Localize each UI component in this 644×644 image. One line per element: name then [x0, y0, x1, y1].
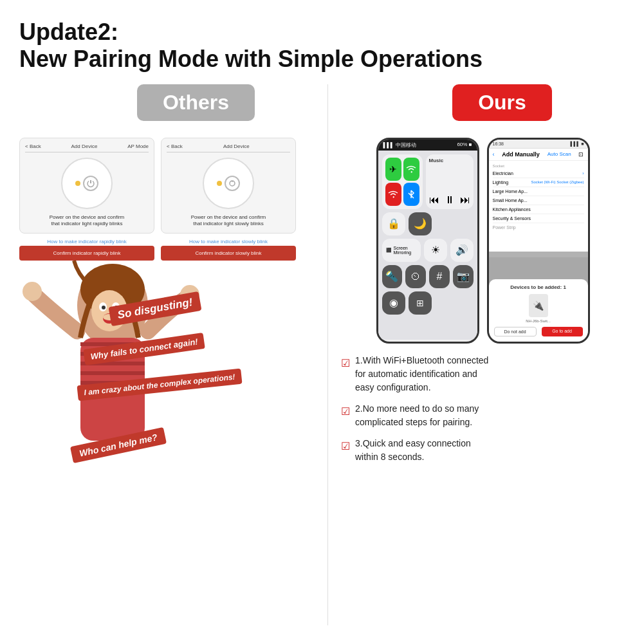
device-card-rapid: < Back Add Device AP Mode Power on the d…: [19, 138, 154, 234]
right-panel: Ours ▌▌▌ 中国移动 60% ■: [328, 84, 625, 625]
modal-overlay: Devices to be added: 1 🔌 NH-J6b-Swit... …: [489, 252, 588, 342]
cat-small-name: Small Home Ap...: [493, 198, 528, 203]
cat-lighting-items: Socket (Wi-Fi) Socket (Zigbee): [531, 180, 584, 185]
modal-device: 🔌 NH-J6b-Swit...: [494, 294, 583, 323]
music-label: Music: [429, 158, 470, 163]
card2-header: < Back Add Device: [167, 143, 290, 152]
play-icon[interactable]: ⏸: [445, 194, 455, 206]
cat-security[interactable]: Security & Sensors: [493, 214, 584, 223]
modal-add-btn[interactable]: Go to add: [542, 327, 583, 336]
svg-point-13: [102, 306, 106, 309]
wifi-tile[interactable]: [385, 183, 401, 206]
ours-badge: Ours: [452, 84, 552, 121]
power-icon-2: [225, 176, 240, 191]
connectivity-tile: ✈: [382, 154, 423, 209]
cat-small[interactable]: Small Home Ap...: [493, 196, 584, 205]
svg-point-17: [23, 282, 42, 301]
volume-tile[interactable]: 🔊: [450, 239, 474, 262]
cc-row1: ✈: [382, 154, 474, 209]
device-circle-1: [61, 158, 113, 209]
modal-device-icon: 🔌: [529, 294, 548, 317]
bluetooth-tile[interactable]: [403, 183, 419, 206]
feature-text-3: 3.Quick and easy connectionwithin 8 seco…: [355, 437, 471, 464]
feature-item-3: ☑ 3.Quick and easy connectionwithin 8 se…: [341, 437, 625, 464]
screen-mirror-tile[interactable]: ⬛ ScreenMirroring: [382, 239, 421, 262]
cat-lighting-name: Lighting: [493, 180, 509, 185]
others-badge: Others: [137, 84, 255, 121]
flashlight-tile[interactable]: 🔦: [382, 265, 403, 288]
title-line1: Update2:: [19, 19, 625, 45]
card1-title: Add Device: [71, 143, 98, 149]
prev-icon[interactable]: ⏮: [429, 194, 439, 206]
card2-link[interactable]: How to make indicator slowly blink: [161, 239, 296, 244]
check-icon-1: ☑: [341, 355, 350, 372]
cat-lighting[interactable]: Lighting Socket (Wi-Fi) Socket (Zigbee): [493, 178, 584, 187]
card1-link[interactable]: How to make indicator rapidly blink: [19, 239, 154, 244]
phone-add-device: 16:38 ▌▌▌ ■ ‹ Add Manually Auto Scan ⊡ S…: [487, 138, 590, 344]
cat-large[interactable]: Large Home Ap...: [493, 187, 584, 196]
card2-desc: Power on the device and confirmthat indi…: [167, 214, 290, 228]
feature-text-2: 2.No more need to do so manycomplicated …: [355, 402, 479, 429]
modal-box: Devices to be added: 1 🔌 NH-J6b-Swit... …: [489, 279, 588, 342]
brightness-tile[interactable]: ☀: [424, 239, 447, 262]
grid-tile[interactable]: ⊞: [409, 291, 432, 315]
add-back[interactable]: ‹: [493, 151, 495, 158]
cc-status-bar: ▌▌▌ 中国移动 60% ■: [378, 140, 477, 151]
card1-header: < Back Add Device AP Mode: [25, 143, 149, 152]
cc-row4: 🔦 ⏲ # 📷: [382, 265, 474, 288]
cat-electrician-name: Electrician: [493, 171, 513, 176]
title-line2: New Pairing Mode with Simple Operations: [19, 45, 625, 73]
lock-tile[interactable]: 🔒: [382, 212, 405, 235]
add-header: ‹ Add Manually Auto Scan ⊡: [489, 149, 588, 161]
phones-row: ▌▌▌ 中国移动 60% ■ ✈: [341, 138, 625, 344]
screen-mirror-icon: ⬛: [386, 248, 392, 253]
content-area: Others < Back Add Device AP Mode: [19, 84, 625, 625]
card2-title: Add Device: [223, 143, 250, 149]
page: Update2: New Pairing Mode with Simple Op…: [0, 0, 644, 644]
category-list: Socket Electrician › Lighting Socket (Wi…: [489, 161, 588, 257]
check-icon-3: ☑: [341, 438, 350, 455]
cc-screen: ▌▌▌ 中国移动 60% ■ ✈: [378, 140, 477, 342]
cc-signal: ▌▌▌ 中国移动: [383, 142, 416, 149]
cc-battery: 60% ■: [457, 142, 472, 149]
device-card-slow: < Back Add Device Power on the device an…: [161, 138, 296, 234]
add-auto-scan[interactable]: Auto Scan: [547, 151, 571, 157]
cat-power: Power Strip: [493, 223, 584, 232]
device-cards-row: < Back Add Device AP Mode Power on the d…: [19, 138, 321, 234]
dot-yellow-1: [75, 181, 80, 186]
cat-electrician[interactable]: Electrician ›: [493, 169, 584, 178]
timer-tile[interactable]: ⏲: [405, 265, 426, 288]
header: Update2: New Pairing Mode with Simple Op…: [19, 19, 625, 73]
modal-device-label: NH-J6b-Swit...: [526, 319, 551, 323]
card1-desc: Power on the device and confirmthat indi…: [25, 214, 149, 228]
cat-electrician-items: ›: [582, 171, 584, 176]
screen-mirror-label: ScreenMirroring: [394, 246, 412, 255]
scan-tile[interactable]: ◉: [382, 291, 405, 315]
feature-item-2: ☑ 2.No more need to do so manycomplicate…: [341, 402, 625, 429]
cat-kitchen[interactable]: Kitchen Appliances: [493, 205, 584, 214]
ours-badge-container: Ours: [341, 84, 625, 130]
airplane-icon: ✈: [385, 158, 401, 181]
moon-tile[interactable]: 🌙: [409, 212, 432, 235]
add-scan-icon[interactable]: ⊡: [578, 151, 584, 158]
cat-kitchen-name: Kitchen Appliances: [493, 207, 531, 212]
cc-row2: 🔒 🌙: [382, 212, 474, 235]
check-icon-2: ☑: [341, 403, 350, 420]
modal-cancel-btn[interactable]: Do not add: [494, 327, 537, 336]
next-icon[interactable]: ⏭: [460, 194, 470, 206]
add-battery: ▌▌▌ ■: [570, 142, 584, 146]
calc-tile[interactable]: #: [429, 265, 450, 288]
camera-tile[interactable]: 📷: [453, 265, 474, 288]
cat-security-name: Security & Sensors: [493, 216, 531, 221]
cat-large-name: Large Home Ap...: [493, 189, 528, 194]
cc-row3: ⬛ ScreenMirroring ☀ 🔊: [382, 239, 474, 262]
feature-item-1: ☑ 1.With WiFi+Bluetooth connectedfor aut…: [341, 354, 625, 394]
music-tile: Music ⏮ ⏸ ⏭: [426, 154, 474, 209]
feature-list: ☑ 1.With WiFi+Bluetooth connectedfor aut…: [341, 354, 625, 472]
music-controls: ⏮ ⏸ ⏭: [429, 194, 470, 206]
modal-buttons: Do not add Go to add: [494, 327, 583, 336]
card1-mode: AP Mode: [127, 143, 149, 149]
add-screen: 16:38 ▌▌▌ ■ ‹ Add Manually Auto Scan ⊡ S…: [489, 140, 588, 342]
cat-section-label: Socket: [493, 163, 584, 169]
phone-control-center: ▌▌▌ 中国移动 60% ■ ✈: [376, 138, 479, 344]
